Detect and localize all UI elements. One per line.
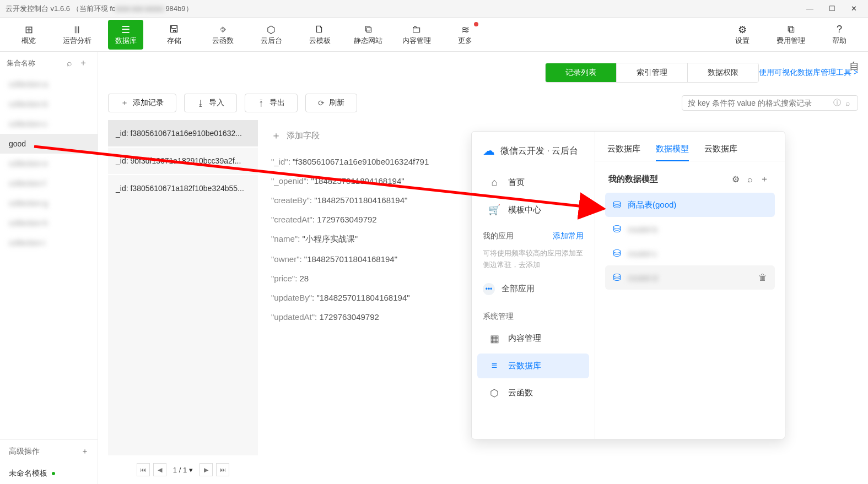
model-item[interactable]: ⛁model-b: [605, 217, 775, 241]
tool-icon: ≋: [461, 24, 470, 36]
toolbar-静态网站[interactable]: ⧉静态网站: [351, 20, 386, 50]
toolbar-概览[interactable]: ⊞概览: [11, 20, 46, 50]
toolbar-内容管理[interactable]: 🗀内容管理: [399, 20, 434, 50]
subtab-数据权限[interactable]: 数据权限: [688, 63, 758, 82]
last-page-button[interactable]: ⏭: [216, 463, 229, 476]
toolbar-运营分析[interactable]: ⫼运营分析: [60, 20, 95, 50]
info-icon[interactable]: ⓘ: [831, 98, 843, 108]
tool-icon: ⚙: [738, 24, 747, 36]
minimize-icon[interactable]: —: [806, 4, 813, 13]
search-icon[interactable]: ⌕: [63, 58, 76, 68]
record-item[interactable]: _id: f3805610671a16e910be01632...: [108, 120, 258, 146]
function-icon: ⬡: [488, 387, 500, 399]
panel-tab-1[interactable]: 数据模型: [656, 139, 689, 161]
upload-icon: ⭱: [257, 99, 265, 107]
toolbar-费用管理[interactable]: ⧉费用管理: [773, 20, 808, 50]
tool-icon: 🗋: [315, 24, 325, 36]
toolbar-帮助[interactable]: ?帮助: [822, 20, 857, 50]
collection-item[interactable]: collection-c: [0, 114, 98, 134]
add-collection-icon[interactable]: ＋: [76, 57, 91, 69]
panel-tab-0[interactable]: 云数据库: [607, 139, 640, 161]
nav-cloud-fn[interactable]: ⬡云函数: [477, 380, 589, 406]
collection-item[interactable]: collection-a: [0, 74, 98, 94]
main-toolbar: ⊞概览⫼运营分析☰数据库🖫存储⎆云函数⬡云后台🗋云模板⧉静态网站🗀内容管理≋更多…: [0, 18, 868, 52]
sys-mgmt-head: 系统管理: [483, 312, 514, 322]
model-item[interactable]: ⛁model-c: [605, 241, 775, 265]
record-list: _id: f3805610671a16e910be01632..._id: 9b…: [108, 120, 258, 484]
sidebar: 集合名称 ⌕ ＋ collection-acollection-bcollect…: [0, 52, 98, 484]
panel-tab-2[interactable]: 云数据库: [704, 139, 737, 161]
collection-item[interactable]: collection-b: [0, 94, 98, 114]
next-page-button[interactable]: ▶: [200, 463, 213, 476]
add-common-link[interactable]: 添加常用: [553, 231, 584, 241]
search-input-wrap[interactable]: ⓘ ⌕: [682, 95, 858, 111]
export-button[interactable]: ⭱导出: [245, 94, 298, 112]
add-record-button[interactable]: ＋添加记录: [108, 94, 176, 112]
subtab-记录列表[interactable]: 记录列表: [546, 63, 617, 82]
record-item[interactable]: _id: 9bf3df13671a182910bcc39a2f...: [108, 146, 258, 174]
plus-icon: ＋: [271, 129, 281, 142]
nav-templates[interactable]: 🛒模板中心: [477, 197, 589, 222]
tool-icon: ⫼: [72, 24, 82, 36]
trash-icon[interactable]: 🗑: [758, 273, 767, 282]
prev-page-button[interactable]: ◀: [153, 463, 166, 476]
collection-item[interactable]: collection-h: [0, 213, 98, 233]
database-icon: ≡: [488, 360, 500, 372]
cloud-backend-panel: ☁ 微信云开发 · 云后台 ⌂首页 🛒模板中心 我的应用添加常用 可将使用频率较…: [471, 131, 785, 439]
nav-home[interactable]: ⌂首页: [477, 170, 589, 195]
my-apps-head: 我的应用: [483, 231, 514, 241]
collection-item[interactable]: collection-i: [0, 233, 98, 253]
toolbar-设置[interactable]: ⚙设置: [725, 20, 760, 50]
db-table-icon: ⛁: [613, 199, 621, 211]
model-item[interactable]: ⛁model-d🗑: [605, 265, 775, 290]
tool-icon: ⧉: [365, 24, 372, 36]
all-apps-button[interactable]: •••全部应用: [472, 274, 595, 304]
nav-cloud-db[interactable]: ≡云数据库: [477, 354, 589, 378]
collection-item[interactable]: good: [0, 134, 98, 154]
plus-icon: ＋: [121, 98, 128, 108]
search-input[interactable]: [688, 99, 831, 107]
toolbar-数据库[interactable]: ☰数据库: [108, 20, 143, 50]
template-item[interactable]: 未命名模板: [0, 463, 98, 484]
maximize-icon[interactable]: ☐: [829, 4, 835, 13]
notification-dot-icon: [474, 22, 478, 26]
tool-icon: ⧉: [788, 24, 795, 36]
db-table-icon: ⛁: [613, 223, 621, 235]
more-icon: •••: [483, 283, 495, 295]
template-icon: 🛒: [488, 204, 500, 216]
nav-content-mgmt[interactable]: ▦内容管理: [477, 326, 589, 351]
toolbar-云函数[interactable]: ⎆云函数: [205, 20, 240, 50]
toolbar-更多[interactable]: ≋更多: [448, 20, 483, 50]
content-icon: ▦: [488, 333, 500, 345]
toolbar-云模板[interactable]: 🗋云模板: [302, 20, 337, 50]
home-icon: ⌂: [488, 177, 500, 188]
collection-item[interactable]: collection-e: [0, 154, 98, 173]
tool-icon: ☰: [121, 24, 130, 36]
search-icon[interactable]: ⌕: [843, 99, 852, 107]
collections-label: 集合名称: [7, 58, 63, 68]
subtab-索引管理[interactable]: 索引管理: [617, 63, 688, 82]
toolbar-云后台[interactable]: ⬡云后台: [254, 20, 289, 50]
tool-icon: ⊞: [25, 24, 33, 36]
import-button[interactable]: ⭳导入: [184, 94, 237, 112]
titlebar: 云开发控制台 v1.6.6 （当前环境 fcxxxx-xxx-xxxxx-984…: [0, 0, 868, 18]
tool-icon: 🗀: [412, 24, 422, 36]
search-icon[interactable]: ⌕: [743, 175, 757, 184]
window-title: 云开发控制台 v1.6.6 （当前环境 fcxxxx-xxx-xxxxx-984…: [6, 4, 806, 14]
collection-list: collection-acollection-bcollection-cgood…: [0, 74, 98, 253]
collection-item[interactable]: collection-f: [0, 173, 98, 193]
toolbar-存储[interactable]: 🖫存储: [157, 20, 192, 50]
pagination: ⏮ ◀ 1 / 1▾ ▶ ⏭: [108, 455, 258, 484]
add-model-icon[interactable]: ＋: [757, 173, 772, 185]
refresh-button[interactable]: ⟳刷新: [305, 94, 357, 112]
model-item[interactable]: ⛁商品表(good): [605, 193, 775, 217]
collection-item[interactable]: collection-g: [0, 193, 98, 213]
gear-icon[interactable]: ⚙: [729, 174, 743, 184]
download-icon: ⭳: [197, 99, 204, 107]
add-template-icon[interactable]: ＋: [81, 447, 89, 456]
record-item[interactable]: _id: f3805610671a182f10be324b55...: [108, 174, 258, 202]
first-page-button[interactable]: ⏮: [137, 463, 150, 476]
tool-icon: ?: [837, 24, 842, 36]
cloud-icon: ☁: [483, 144, 495, 158]
close-icon[interactable]: ✕: [851, 4, 857, 13]
